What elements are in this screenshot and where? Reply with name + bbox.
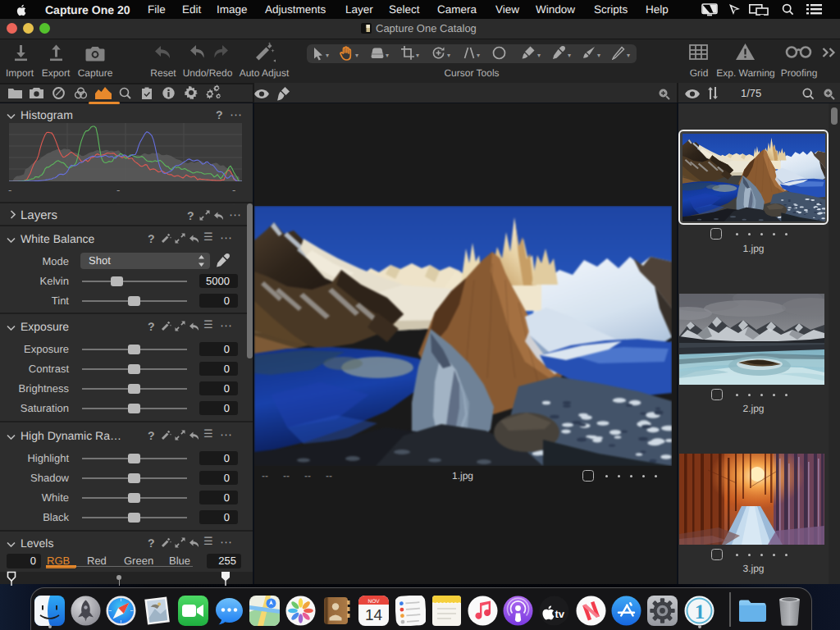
svg-text:1: 1 bbox=[695, 601, 705, 623]
svg-text:NOV: NOV bbox=[368, 599, 380, 605]
svg-text:14: 14 bbox=[365, 607, 383, 624]
svg-text:tv: tv bbox=[555, 608, 565, 620]
